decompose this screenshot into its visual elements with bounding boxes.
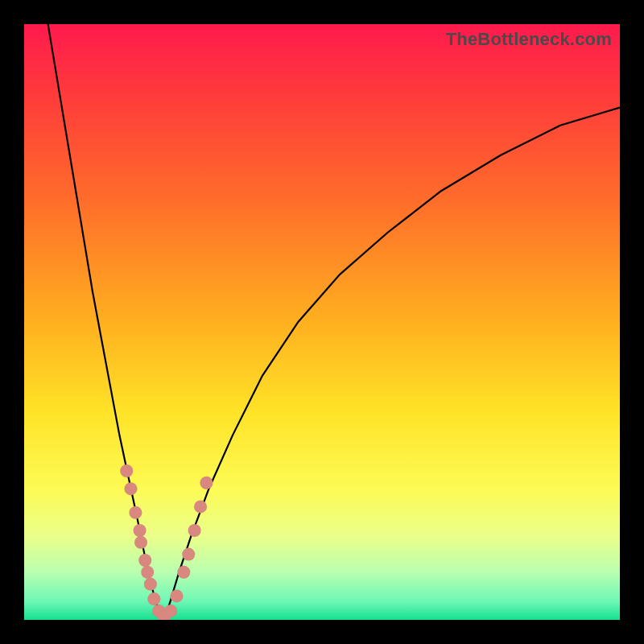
curve-layer [24,24,620,620]
highlight-dot [134,524,147,537]
highlight-dot [194,500,207,513]
highlight-dot [200,477,213,489]
highlight-dot [141,566,154,579]
highlight-dot [177,566,190,579]
highlight-dots [120,464,213,620]
chart-frame: TheBottleneck.com [0,0,644,644]
highlight-dot [120,464,133,477]
left-branch-curve [48,24,164,620]
highlight-dot [129,506,142,519]
plot-area: TheBottleneck.com [24,24,620,620]
highlight-dot [124,482,137,495]
highlight-dot [182,548,195,561]
highlight-dot [164,605,177,617]
highlight-dot [170,589,183,602]
highlight-dot [147,592,160,605]
highlight-dot [188,524,201,537]
right-branch-curve [164,108,620,620]
highlight-dot [144,578,157,591]
highlight-dot [138,554,151,567]
highlight-dot [134,536,147,549]
